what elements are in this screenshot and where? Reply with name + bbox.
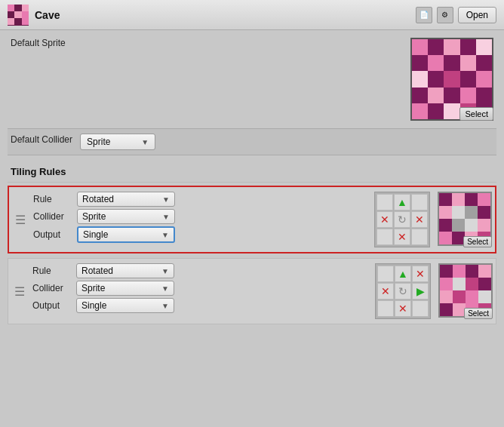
title-right: 📄 ⚙ Open (416, 7, 496, 23)
collider-dropdown-2[interactable]: Sprite ▼ (76, 281, 174, 296)
rule-dropdown-value-1: Rotated (82, 194, 114, 204)
rule-sprite-select-2[interactable]: Select (464, 308, 493, 319)
tile-cell2-1-2[interactable]: ✕ (412, 266, 429, 282)
collider-dropdown-arrow-2: ▼ (161, 284, 169, 293)
settings-icon-btn[interactable]: ⚙ (437, 7, 453, 23)
rule-handle-1[interactable]: ☰ (12, 192, 29, 247)
output-value-2: Single (81, 300, 106, 311)
output-label-1: Output (33, 229, 71, 240)
rule-dropdown-value-2: Rotated (81, 266, 113, 276)
default-sprite-select-button[interactable]: Select (459, 107, 493, 121)
output-value-1: Single (83, 229, 108, 240)
rule-block-2: ☰ Rule Rotated ▼ Collider Sprite ▼ Outpu… (8, 258, 496, 324)
rule-block-1: ☰ Rule Rotated ▼ Collider Sprite ▼ Outpu… (8, 186, 496, 253)
rule-fields-2: Rule Rotated ▼ Collider Sprite ▼ Output … (32, 263, 367, 319)
rule-label-1: Rule (33, 194, 71, 204)
tile-cell2-3-1[interactable]: ✕ (395, 300, 411, 317)
collider-label-1: Collider (33, 211, 71, 222)
tile-cell-2-0[interactable]: ✕ (376, 211, 393, 228)
rule-fields-1: Rule Rotated ▼ Collider Sprite ▼ Output … (33, 192, 367, 247)
rule-field-row-1-collider: Collider Sprite ▼ (33, 209, 367, 224)
collider-dropdown-arrow-1: ▼ (162, 213, 170, 221)
tile-grid-container-2: ▲ ✕ ✕ ↻ ▶ ✕ (375, 263, 431, 319)
rule-dropdown-2[interactable]: Rotated ▼ (76, 263, 174, 278)
cave-icon (8, 5, 29, 26)
tile-cell2-2-1[interactable]: ↻ (395, 283, 411, 300)
tile-cell-2-2[interactable]: ✕ (411, 211, 428, 228)
tile-cell-1-1[interactable]: ▲ (394, 194, 410, 210)
tile-cell-3-1[interactable]: ✕ (394, 229, 410, 245)
default-sprite-row: Default Sprite (8, 38, 496, 121)
collider-label-2: Collider (32, 283, 70, 293)
rule-handle-2[interactable]: ☰ (11, 263, 28, 319)
main-content: Default Sprite (0, 30, 504, 336)
default-collider-dropdown[interactable]: Sprite ▼ (80, 134, 155, 150)
title-bar: Cave 📄 ⚙ Open (0, 0, 504, 30)
tile-grid-1: ▲ ✕ ↻ ✕ ✕ (374, 192, 430, 247)
collider-dropdown-1[interactable]: Sprite ▼ (77, 209, 175, 224)
rule-sprite-wrapper-2: Select (438, 263, 493, 319)
tile-cell-2-1[interactable]: ↻ (394, 211, 410, 228)
rule-field-row-2-output: Output Single ▼ (32, 298, 367, 313)
tile-cell-1-0[interactable] (376, 194, 393, 210)
document-icon-btn[interactable]: 📄 (416, 7, 432, 23)
output-dropdown-arrow-2: ▼ (161, 302, 169, 310)
rule-sprite-select-1[interactable]: Select (463, 236, 492, 247)
rule-dropdown-arrow-2: ▼ (161, 267, 169, 275)
rule-field-row-2-rule: Rule Rotated ▼ (32, 263, 367, 278)
tile-cell2-3-0[interactable] (377, 300, 394, 317)
tiling-rules-header: Tiling Rules (8, 161, 496, 183)
tile-cell-1-2[interactable] (411, 194, 428, 210)
title-text: Cave (35, 9, 60, 21)
default-collider-value: Sprite (87, 137, 110, 147)
rule-dropdown-arrow-1: ▼ (162, 195, 170, 204)
tile-cell2-3-2[interactable] (412, 300, 429, 317)
tile-cell2-1-1[interactable]: ▲ (395, 266, 411, 282)
tile-cell-3-2[interactable] (411, 229, 428, 245)
tile-cell2-2-2[interactable]: ▶ (412, 283, 429, 300)
rule-field-row-2-collider: Collider Sprite ▼ (32, 281, 367, 296)
tile-cell-3-0[interactable] (376, 229, 393, 245)
default-sprite-label: Default Sprite (11, 38, 66, 48)
rule-field-row-1-rule: Rule Rotated ▼ (33, 192, 367, 207)
rule-dropdown-1[interactable]: Rotated ▼ (77, 192, 175, 207)
collider-value-2: Sprite (81, 283, 105, 293)
output-dropdown-1[interactable]: Single ▼ (77, 226, 175, 243)
output-dropdown-arrow-1: ▼ (161, 231, 169, 239)
tile-cell2-2-0[interactable]: ✕ (377, 283, 394, 300)
collider-value-1: Sprite (82, 211, 106, 222)
output-label-2: Output (32, 300, 70, 311)
default-collider-row: Default Collider Sprite ▼ (8, 128, 496, 155)
dropdown-arrow-icon: ▼ (141, 138, 149, 146)
rule-field-row-1-output: Output Single ▼ (33, 226, 367, 243)
tile-cell2-1-0[interactable] (377, 266, 394, 282)
tile-grid-2: ▲ ✕ ✕ ↻ ▶ ✕ (375, 263, 431, 319)
rule-sprite-wrapper-1: Select (438, 192, 492, 247)
open-button[interactable]: Open (458, 7, 496, 23)
rule-label-2: Rule (32, 266, 70, 276)
tile-grid-container-1: ▲ ✕ ↻ ✕ ✕ (374, 192, 430, 247)
title-left: Cave (8, 5, 60, 26)
default-collider-label: Default Collider (11, 134, 72, 145)
output-dropdown-2[interactable]: Single ▼ (76, 298, 174, 313)
